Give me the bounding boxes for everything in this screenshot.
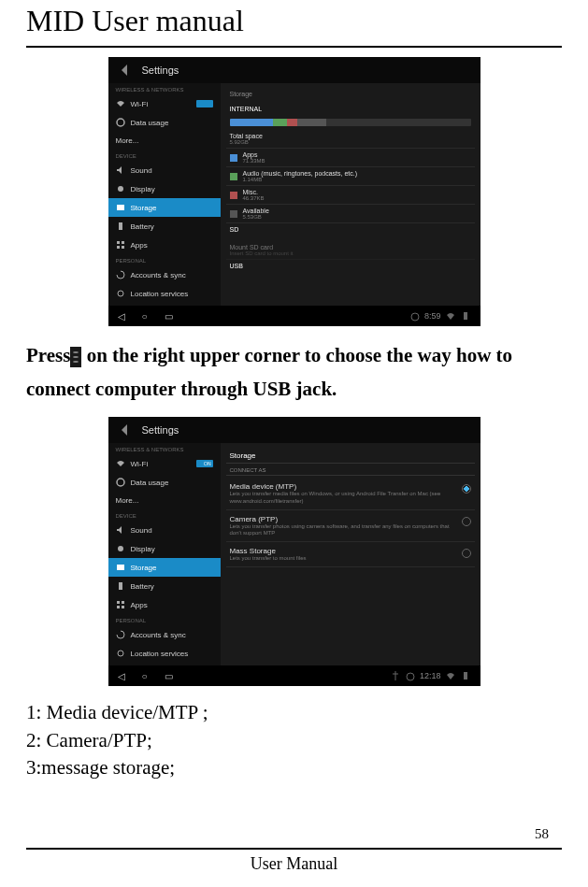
usb-option-mass-storage[interactable]: Mass Storage Lets you transfer to mount … [226,542,475,567]
sound-icon [116,165,125,175]
sidebar-item-apps[interactable]: Apps [108,595,221,614]
location-icon [116,289,125,298]
storage-value: 1.14MB [243,177,358,182]
wifi-icon [116,99,125,108]
storage-row-audio[interactable]: Audio (music, ringtones, podcasts, etc.)… [226,167,475,186]
display-icon [116,184,125,193]
sidebar-item-sound[interactable]: Sound [108,521,221,539]
storage-label: Total space [230,133,263,139]
sidebar-item-wifi[interactable]: Wi-Fi ON [108,454,221,473]
sidebar-item-apps[interactable]: Apps [108,236,221,254]
android-topbar: Settings [108,57,480,83]
svg-rect-23 [464,672,467,680]
sidebar-item-label: Data usage [131,479,169,487]
sidebar-item-label: Sound [131,166,152,175]
sidebar-item-display[interactable]: Display [108,539,221,558]
option-title: Media device (MTP) [230,482,456,491]
sidebar-item-label: Apps [131,601,148,609]
sd-header: SD [226,223,475,236]
wifi-toggle[interactable] [196,100,213,107]
sidebar-item-label: Accounts & sync [131,631,186,639]
nav-recent-icon[interactable]: ▭ [165,311,173,322]
svg-point-13 [118,546,123,551]
topbar-title: Settings [142,64,179,76]
sidebar-item-more[interactable]: More... [108,492,221,509]
storage-seg-misc [287,119,296,126]
nav-back-icon[interactable]: ◁ [118,671,125,681]
sidebar-item-label: Display [131,545,155,553]
storage-seg-audio [273,119,287,126]
overflow-menu-icon [70,347,81,367]
sidebar-item-accounts-sync[interactable]: Accounts & sync [108,625,221,644]
storage-row-available[interactable]: Available 5.53GB [226,205,475,223]
battery-status-icon [460,310,471,322]
wifi-toggle[interactable]: ON [196,460,213,467]
svg-rect-5 [122,241,124,244]
sidebar-item-location[interactable]: Location services [108,284,221,303]
usb-option-ptp[interactable]: Camera (PTP) Lets you transfer photos us… [226,510,475,542]
settings-main-panel: Storage INTERNAL Total space 5.92GB Apps… [221,83,480,306]
svg-point-10 [411,313,419,321]
sidebar-item-display[interactable]: Display [108,179,221,198]
sidebar-item-label: Battery [131,222,154,231]
sidebar-item-sound[interactable]: Sound [108,161,221,179]
storage-label: Apps [243,151,265,158]
svg-rect-16 [117,601,120,604]
sidebar-section-wireless: WIRELESS & NETWORKS [108,83,221,94]
storage-usage-bar [230,119,471,126]
sync-icon [116,270,125,279]
sidebar-item-label: Sound [131,526,152,535]
back-icon[interactable] [118,63,133,78]
radio-unchecked-icon[interactable] [462,517,471,526]
sidebar-item-wifi[interactable]: Wi-Fi [108,94,221,113]
sidebar-section-personal: PERSONAL [108,254,221,265]
radio-checked-icon[interactable] [462,484,471,494]
panel-header: Storage [226,449,475,464]
radio-unchecked-icon[interactable] [462,549,471,558]
sidebar-item-data-usage[interactable]: Data usage [108,473,221,492]
page-number: 58 [535,826,549,842]
storage-value: 46.37KB [243,195,265,201]
sidebar-item-label: Data usage [131,119,169,127]
connect-as-header: CONNECT AS [226,465,475,476]
nav-home-icon[interactable]: ○ [142,311,148,322]
screenshot-storage: Settings WIRELESS & NETWORKS Wi-Fi Data … [108,57,480,326]
android-navbar: ◁ ○ ▭ 8:59 [108,306,480,326]
storage-row-total[interactable]: Total space 5.92GB [226,130,475,149]
instruction-part1: Press [26,344,70,366]
back-icon[interactable] [118,422,133,437]
svg-rect-3 [119,222,122,230]
option-title: Mass Storage [230,547,456,555]
list-item: 3:message storage; [26,754,562,781]
svg-rect-2 [117,205,124,210]
sidebar-item-battery[interactable]: Battery [108,577,221,595]
svg-point-1 [118,186,123,192]
sidebar-item-accounts-sync[interactable]: Accounts & sync [108,265,221,284]
list-item: 1: Media device/MTP ; [26,699,562,726]
sidebar-item-label: Storage [131,204,157,212]
storage-row-misc[interactable]: Misc. 46.37KB [226,186,475,205]
svg-point-22 [407,673,414,680]
wifi-icon [116,459,125,468]
sidebar-item-data-usage[interactable]: Data usage [108,113,221,132]
usb-option-mtp[interactable]: Media device (MTP) Lets you transfer med… [226,478,475,509]
nav-home-icon[interactable]: ○ [142,671,148,681]
storage-label: Mount SD card [230,244,294,250]
sidebar-item-battery[interactable]: Battery [108,217,221,236]
sidebar-item-more[interactable]: More... [108,132,221,150]
sidebar-item-storage[interactable]: Storage [108,198,221,217]
storage-row-apps[interactable]: Apps 71.33MB [226,149,475,167]
settings-main-panel: Storage CONNECT AS Media device (MTP) Le… [221,443,480,665]
color-dot-available [230,210,237,218]
nav-back-icon[interactable]: ◁ [118,311,125,322]
nav-recent-icon[interactable]: ▭ [165,671,173,681]
svg-rect-17 [122,601,124,604]
sidebar-item-storage[interactable]: Storage [108,558,221,577]
sidebar-item-label: Location services [131,290,189,298]
sidebar-item-label: More... [116,496,139,505]
sound-icon [116,525,125,535]
wifi-status-icon [445,310,456,322]
sidebar-item-location[interactable]: Location services [108,644,221,663]
sidebar-item-label: Wi-Fi [131,100,149,108]
storage-label: Misc. [243,189,265,195]
